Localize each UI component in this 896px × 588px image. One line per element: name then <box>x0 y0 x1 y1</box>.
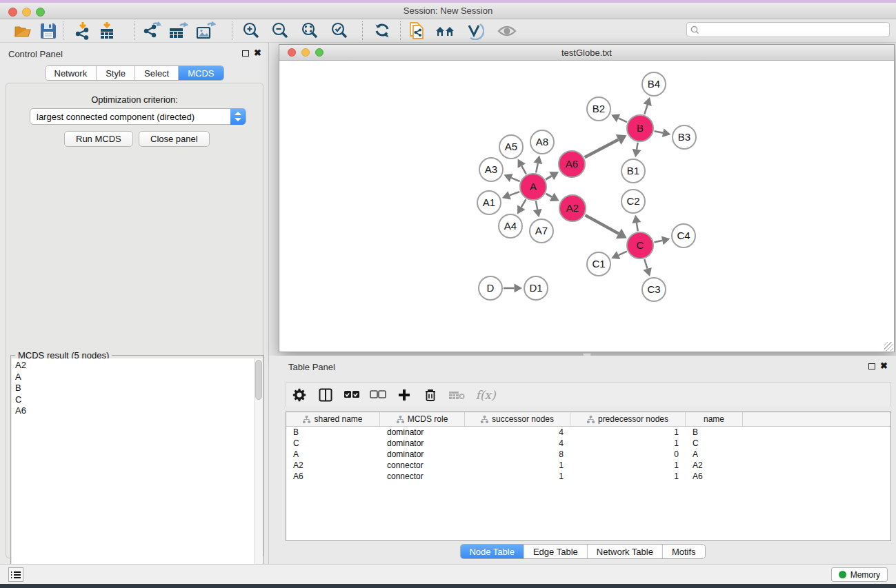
edge-A-A4[interactable] <box>517 199 526 214</box>
export-image-button[interactable] <box>195 21 217 41</box>
edge-C-C3[interactable] <box>643 259 651 276</box>
function-builder-button[interactable]: f(x) <box>470 385 501 405</box>
select-all-rows-icon[interactable] <box>339 385 365 405</box>
graph-node-C1[interactable]: C1 <box>587 252 610 276</box>
hide-selected-button[interactable] <box>464 21 486 41</box>
graph-node-A7[interactable]: A7 <box>530 219 553 243</box>
edge-A-A6[interactable] <box>546 172 559 180</box>
show-columns-icon[interactable] <box>312 385 339 405</box>
run-mcds-button[interactable]: Run MCDS <box>64 131 133 147</box>
edge-A6-B[interactable] <box>585 134 627 157</box>
close-table-panel-icon[interactable]: ✖ <box>880 361 888 371</box>
edge-A-A3[interactable] <box>504 174 520 182</box>
tab-select[interactable]: Select <box>135 66 179 80</box>
graph-node-B[interactable]: B <box>627 115 653 141</box>
tab-style[interactable]: Style <box>97 66 135 80</box>
new-network-from-selection-button[interactable] <box>406 21 428 41</box>
graph-node-B4[interactable]: B4 <box>642 72 666 96</box>
edge-C-C4[interactable] <box>654 236 670 245</box>
float-table-panel-button[interactable] <box>868 363 875 369</box>
network-canvas[interactable]: B4B2BB3A5A8A6A3B1AA1C2A2A4A7C4CC1C3DD1 <box>279 61 894 352</box>
edge-A-A7[interactable] <box>533 201 542 218</box>
show-panels-button[interactable] <box>8 567 23 582</box>
graph-node-A4[interactable]: A4 <box>499 214 522 238</box>
edge-A-A2[interactable] <box>546 193 559 201</box>
graph-node-D1[interactable]: D1 <box>524 276 548 300</box>
table-row[interactable]: A2connector11A2 <box>286 460 890 471</box>
table-row[interactable]: Bdominator41B <box>286 427 890 438</box>
close-panel-button[interactable]: Close panel <box>139 131 210 147</box>
window-resize-grip[interactable] <box>884 342 893 351</box>
result-list-item[interactable]: A6 <box>15 405 255 417</box>
zoom-selected-button[interactable] <box>328 21 350 41</box>
result-list-item[interactable]: A2 <box>15 360 255 372</box>
deselect-all-rows-icon[interactable] <box>365 385 391 405</box>
delete-table-icon[interactable] <box>444 385 470 405</box>
column-header-shared-name[interactable]: shared name <box>286 412 380 426</box>
graph-node-A3[interactable]: A3 <box>479 158 503 181</box>
delete-columns-icon[interactable] <box>417 385 444 405</box>
edge-B-B3[interactable] <box>655 128 671 137</box>
edge-A-A5[interactable] <box>518 159 526 174</box>
graph-node-C3[interactable]: C3 <box>642 278 666 301</box>
edge-B-B1[interactable] <box>633 143 641 158</box>
create-column-icon[interactable] <box>391 385 417 405</box>
search-input[interactable] <box>702 23 887 36</box>
import-table-button[interactable] <box>96 21 118 41</box>
graph-node-A[interactable]: A <box>520 174 546 200</box>
mcds-result-list[interactable]: A2ABCA6 <box>12 358 255 586</box>
graph-node-B2[interactable]: B2 <box>587 97 610 121</box>
result-list-item[interactable]: A <box>15 372 255 383</box>
edge-A-A8[interactable] <box>533 156 542 173</box>
table-row[interactable]: Cdominator41C <box>286 438 890 449</box>
import-network-button[interactable] <box>72 21 94 41</box>
edge-D-D1[interactable] <box>504 284 522 293</box>
table-tab-edge-table[interactable]: Edge Table <box>524 545 588 558</box>
table-tab-node-table[interactable]: Node Table <box>460 545 524 558</box>
memory-button[interactable]: Memory <box>831 567 888 582</box>
result-scrollbar[interactable] <box>254 358 263 586</box>
edge-C-C2[interactable] <box>632 215 641 231</box>
float-panel-button[interactable] <box>242 50 249 57</box>
graph-node-C[interactable]: C <box>627 232 653 258</box>
table-settings-icon[interactable] <box>286 385 312 405</box>
first-neighbors-button[interactable] <box>435 21 457 41</box>
result-list-item[interactable]: C <box>15 394 255 406</box>
zoom-fit-button[interactable] <box>299 21 321 41</box>
table-row[interactable]: A6connector11A6 <box>286 471 890 482</box>
edge-A-A1[interactable] <box>502 191 519 199</box>
tab-network[interactable]: Network <box>45 66 97 80</box>
save-session-button[interactable] <box>37 21 59 41</box>
export-table-button[interactable] <box>167 21 189 41</box>
show-all-button[interactable] <box>496 21 518 41</box>
edge-A2-C[interactable] <box>585 215 626 239</box>
table-tab-motifs[interactable]: Motifs <box>663 545 705 558</box>
zoom-out-button[interactable] <box>269 21 291 41</box>
table-row[interactable]: Adominator80A <box>286 449 890 460</box>
edge-C-C1[interactable] <box>611 251 627 259</box>
close-panel-icon[interactable]: ✖ <box>254 48 261 58</box>
graph-node-C2[interactable]: C2 <box>621 190 645 213</box>
tab-mcds[interactable]: MCDS <box>179 66 223 80</box>
network-graph[interactable]: B4B2BB3A5A8A6A3B1AA1C2A2A4A7C4CC1C3DD1 <box>279 61 894 352</box>
graph-node-A1[interactable]: A1 <box>477 191 501 214</box>
graph-node-A2[interactable]: A2 <box>559 195 586 221</box>
graph-node-C4[interactable]: C4 <box>672 224 695 247</box>
graph-node-D[interactable]: D <box>479 276 502 300</box>
column-header-name[interactable]: name <box>686 412 743 426</box>
result-list-item[interactable]: B <box>15 383 255 394</box>
zoom-in-button[interactable] <box>240 21 262 41</box>
graph-node-A8[interactable]: A8 <box>530 130 554 154</box>
open-session-button[interactable] <box>12 21 34 41</box>
export-network-button[interactable] <box>140 21 162 41</box>
node-table[interactable]: shared nameMCDS rolesuccessor nodesprede… <box>286 412 891 541</box>
column-header-predecessor-nodes[interactable]: predecessor nodes <box>570 412 686 426</box>
graph-node-B3[interactable]: B3 <box>673 125 696 149</box>
optimization-criterion-dropdown[interactable]: largest connected component (directed) <box>30 108 246 125</box>
edge-B-B2[interactable] <box>611 114 627 122</box>
column-header-MCDS-role[interactable]: MCDS role <box>380 412 465 426</box>
graph-node-B1[interactable]: B1 <box>621 159 645 183</box>
graph-node-A5[interactable]: A5 <box>499 135 523 159</box>
edge-B-B4[interactable] <box>643 97 651 114</box>
graph-node-A6[interactable]: A6 <box>559 151 585 177</box>
